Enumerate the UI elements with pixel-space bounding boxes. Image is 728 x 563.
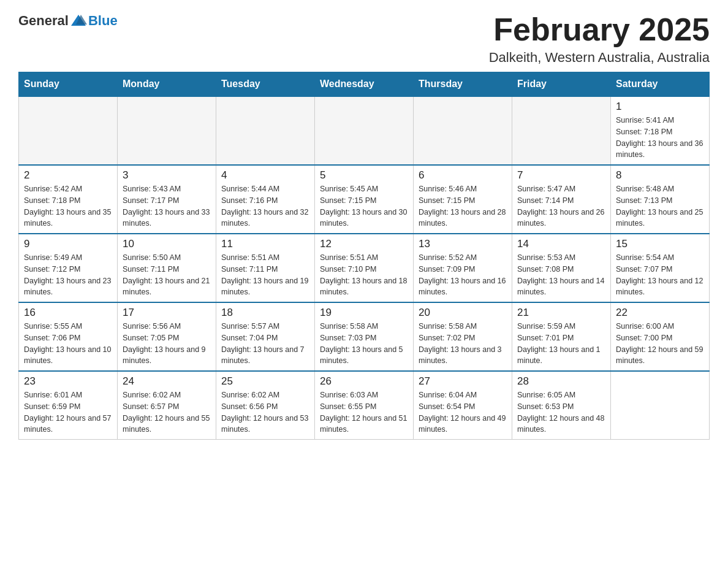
calendar-cell: 15Sunrise: 5:54 AMSunset: 7:07 PMDayligh… bbox=[611, 234, 710, 302]
day-number: 11 bbox=[221, 238, 309, 250]
day-number: 5 bbox=[320, 169, 408, 182]
day-number: 28 bbox=[517, 375, 605, 388]
month-title: February 2025 bbox=[489, 12, 710, 47]
day-of-week-header: Friday bbox=[512, 72, 611, 97]
page-header: General Blue February 2025 Dalkeith, Wes… bbox=[18, 12, 710, 66]
day-info: Sunrise: 5:54 AMSunset: 7:07 PMDaylight:… bbox=[616, 252, 704, 298]
day-of-week-header: Sunday bbox=[19, 72, 118, 97]
day-info: Sunrise: 5:45 AMSunset: 7:15 PMDaylight:… bbox=[320, 183, 408, 229]
calendar-header-row: SundayMondayTuesdayWednesdayThursdayFrid… bbox=[19, 72, 710, 97]
logo-blue-text: Blue bbox=[88, 13, 118, 29]
calendar-cell: 5Sunrise: 5:45 AMSunset: 7:15 PMDaylight… bbox=[315, 165, 414, 234]
day-number: 24 bbox=[123, 375, 211, 388]
day-number: 14 bbox=[517, 238, 605, 250]
day-number: 15 bbox=[616, 238, 704, 250]
logo-icon bbox=[70, 12, 87, 29]
logo-general-text: General bbox=[18, 13, 69, 29]
day-info: Sunrise: 5:51 AMSunset: 7:11 PMDaylight:… bbox=[221, 252, 309, 298]
calendar-cell: 17Sunrise: 5:56 AMSunset: 7:05 PMDayligh… bbox=[118, 302, 216, 371]
calendar-cell: 6Sunrise: 5:46 AMSunset: 7:15 PMDaylight… bbox=[414, 165, 512, 234]
day-info: Sunrise: 6:02 AMSunset: 6:56 PMDaylight:… bbox=[221, 389, 309, 435]
calendar-week-row: 9Sunrise: 5:49 AMSunset: 7:12 PMDaylight… bbox=[19, 234, 710, 302]
day-info: Sunrise: 5:57 AMSunset: 7:04 PMDaylight:… bbox=[221, 321, 309, 367]
calendar-table: SundayMondayTuesdayWednesdayThursdayFrid… bbox=[18, 72, 710, 440]
day-info: Sunrise: 5:44 AMSunset: 7:16 PMDaylight:… bbox=[221, 183, 309, 229]
day-info: Sunrise: 5:49 AMSunset: 7:12 PMDaylight:… bbox=[24, 252, 112, 298]
day-info: Sunrise: 5:56 AMSunset: 7:05 PMDaylight:… bbox=[123, 321, 211, 367]
day-of-week-header: Monday bbox=[118, 72, 216, 97]
calendar-cell: 14Sunrise: 5:53 AMSunset: 7:08 PMDayligh… bbox=[512, 234, 611, 302]
calendar-cell: 21Sunrise: 5:59 AMSunset: 7:01 PMDayligh… bbox=[512, 302, 611, 371]
day-info: Sunrise: 5:50 AMSunset: 7:11 PMDaylight:… bbox=[123, 252, 211, 298]
day-number: 19 bbox=[320, 307, 408, 319]
day-of-week-header: Wednesday bbox=[315, 72, 414, 97]
calendar-cell: 8Sunrise: 5:48 AMSunset: 7:13 PMDaylight… bbox=[611, 165, 710, 234]
day-of-week-header: Thursday bbox=[414, 72, 512, 97]
day-of-week-header: Saturday bbox=[611, 72, 710, 97]
location-title: Dalkeith, Western Australia, Australia bbox=[489, 50, 710, 66]
day-info: Sunrise: 6:03 AMSunset: 6:55 PMDaylight:… bbox=[320, 389, 408, 435]
day-info: Sunrise: 5:52 AMSunset: 7:09 PMDaylight:… bbox=[419, 252, 507, 298]
day-of-week-header: Tuesday bbox=[216, 72, 315, 97]
calendar-week-row: 2Sunrise: 5:42 AMSunset: 7:18 PMDaylight… bbox=[19, 165, 710, 234]
day-number: 10 bbox=[123, 238, 211, 250]
day-info: Sunrise: 5:59 AMSunset: 7:01 PMDaylight:… bbox=[517, 321, 605, 367]
day-info: Sunrise: 6:05 AMSunset: 6:53 PMDaylight:… bbox=[517, 389, 605, 435]
day-info: Sunrise: 5:46 AMSunset: 7:15 PMDaylight:… bbox=[419, 183, 507, 229]
calendar-cell: 7Sunrise: 5:47 AMSunset: 7:14 PMDaylight… bbox=[512, 165, 611, 234]
day-number: 13 bbox=[419, 238, 507, 250]
calendar-week-row: 23Sunrise: 6:01 AMSunset: 6:59 PMDayligh… bbox=[19, 371, 710, 440]
calendar-cell: 20Sunrise: 5:58 AMSunset: 7:02 PMDayligh… bbox=[414, 302, 512, 371]
calendar-cell bbox=[414, 96, 512, 165]
calendar-cell: 26Sunrise: 6:03 AMSunset: 6:55 PMDayligh… bbox=[315, 371, 414, 440]
calendar-cell: 11Sunrise: 5:51 AMSunset: 7:11 PMDayligh… bbox=[216, 234, 315, 302]
day-number: 3 bbox=[123, 169, 211, 182]
day-number: 17 bbox=[123, 307, 211, 319]
title-block: February 2025 Dalkeith, Western Australi… bbox=[489, 12, 710, 66]
day-info: Sunrise: 5:47 AMSunset: 7:14 PMDaylight:… bbox=[517, 183, 605, 229]
calendar-cell: 25Sunrise: 6:02 AMSunset: 6:56 PMDayligh… bbox=[216, 371, 315, 440]
calendar-week-row: 16Sunrise: 5:55 AMSunset: 7:06 PMDayligh… bbox=[19, 302, 710, 371]
calendar-cell: 2Sunrise: 5:42 AMSunset: 7:18 PMDaylight… bbox=[19, 165, 118, 234]
day-info: Sunrise: 5:48 AMSunset: 7:13 PMDaylight:… bbox=[616, 183, 704, 229]
calendar-cell: 9Sunrise: 5:49 AMSunset: 7:12 PMDaylight… bbox=[19, 234, 118, 302]
day-number: 20 bbox=[419, 307, 507, 319]
day-info: Sunrise: 5:53 AMSunset: 7:08 PMDaylight:… bbox=[517, 252, 605, 298]
calendar-cell bbox=[315, 96, 414, 165]
day-info: Sunrise: 6:01 AMSunset: 6:59 PMDaylight:… bbox=[24, 389, 112, 435]
calendar-cell: 23Sunrise: 6:01 AMSunset: 6:59 PMDayligh… bbox=[19, 371, 118, 440]
calendar-cell: 3Sunrise: 5:43 AMSunset: 7:17 PMDaylight… bbox=[118, 165, 216, 234]
calendar-cell: 28Sunrise: 6:05 AMSunset: 6:53 PMDayligh… bbox=[512, 371, 611, 440]
calendar-cell bbox=[19, 96, 118, 165]
day-number: 8 bbox=[616, 169, 704, 182]
day-info: Sunrise: 5:43 AMSunset: 7:17 PMDaylight:… bbox=[123, 183, 211, 229]
day-info: Sunrise: 6:00 AMSunset: 7:00 PMDaylight:… bbox=[616, 321, 704, 367]
day-info: Sunrise: 5:58 AMSunset: 7:03 PMDaylight:… bbox=[320, 321, 408, 367]
day-number: 4 bbox=[221, 169, 309, 182]
day-info: Sunrise: 5:41 AMSunset: 7:18 PMDaylight:… bbox=[616, 115, 704, 161]
day-number: 6 bbox=[419, 169, 507, 182]
calendar-cell: 12Sunrise: 5:51 AMSunset: 7:10 PMDayligh… bbox=[315, 234, 414, 302]
calendar-cell: 1Sunrise: 5:41 AMSunset: 7:18 PMDaylight… bbox=[611, 96, 710, 165]
day-number: 9 bbox=[24, 238, 112, 250]
day-number: 2 bbox=[24, 169, 112, 182]
day-info: Sunrise: 5:55 AMSunset: 7:06 PMDaylight:… bbox=[24, 321, 112, 367]
calendar-cell: 22Sunrise: 6:00 AMSunset: 7:00 PMDayligh… bbox=[611, 302, 710, 371]
day-info: Sunrise: 5:51 AMSunset: 7:10 PMDaylight:… bbox=[320, 252, 408, 298]
day-number: 18 bbox=[221, 307, 309, 319]
day-info: Sunrise: 6:04 AMSunset: 6:54 PMDaylight:… bbox=[419, 389, 507, 435]
calendar-cell bbox=[216, 96, 315, 165]
calendar-cell: 10Sunrise: 5:50 AMSunset: 7:11 PMDayligh… bbox=[118, 234, 216, 302]
day-number: 12 bbox=[320, 238, 408, 250]
calendar-cell: 13Sunrise: 5:52 AMSunset: 7:09 PMDayligh… bbox=[414, 234, 512, 302]
calendar-cell: 19Sunrise: 5:58 AMSunset: 7:03 PMDayligh… bbox=[315, 302, 414, 371]
day-info: Sunrise: 5:58 AMSunset: 7:02 PMDaylight:… bbox=[419, 321, 507, 367]
calendar-week-row: 1Sunrise: 5:41 AMSunset: 7:18 PMDaylight… bbox=[19, 96, 710, 165]
calendar-cell: 18Sunrise: 5:57 AMSunset: 7:04 PMDayligh… bbox=[216, 302, 315, 371]
day-number: 21 bbox=[517, 307, 605, 319]
calendar-cell bbox=[118, 96, 216, 165]
calendar-cell: 16Sunrise: 5:55 AMSunset: 7:06 PMDayligh… bbox=[19, 302, 118, 371]
calendar-cell: 24Sunrise: 6:02 AMSunset: 6:57 PMDayligh… bbox=[118, 371, 216, 440]
day-number: 27 bbox=[419, 375, 507, 388]
calendar-cell bbox=[611, 371, 710, 440]
